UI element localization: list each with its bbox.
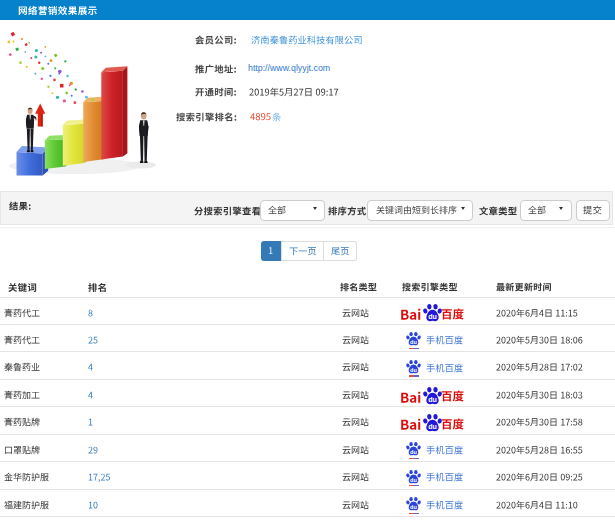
svg-text:du: du — [410, 449, 417, 455]
svg-text:du: du — [410, 504, 417, 510]
svg-text:du: du — [428, 313, 437, 321]
svg-text:du: du — [428, 423, 437, 431]
svg-text:du: du — [428, 396, 437, 404]
svg-text:du: du — [410, 339, 417, 345]
svg-text:du: du — [410, 367, 417, 373]
svg-text:du: du — [410, 476, 417, 482]
